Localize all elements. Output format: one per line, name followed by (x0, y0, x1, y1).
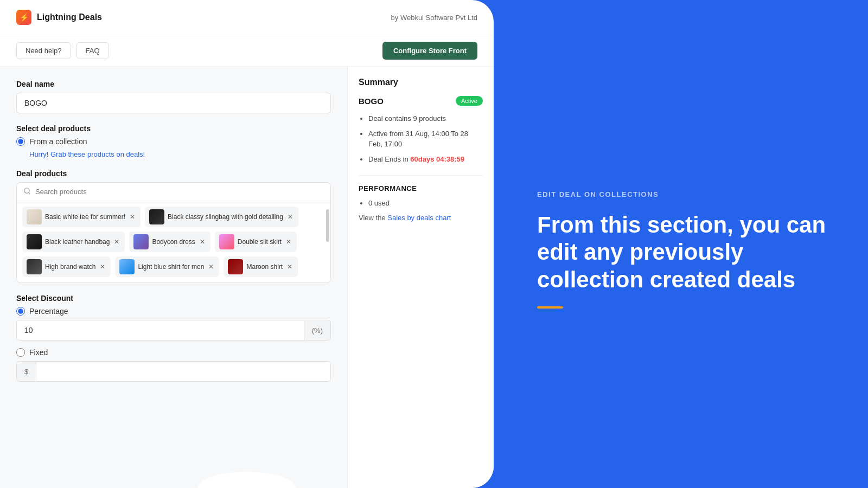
promo-link[interactable]: Hurry! Grab these products on deals! (29, 150, 331, 158)
fixed-input-group: $ (16, 361, 331, 382)
left-panel: ⚡ Lightning Deals by Webkul Software Pvt… (0, 0, 494, 488)
select-discount-group: Select Discount Percentage (%) Fixed $ (16, 294, 331, 382)
product-name: Light blue shirt for men (138, 263, 204, 271)
fixed-value-input[interactable] (36, 362, 330, 381)
help-button[interactable]: Need help? (16, 42, 71, 59)
remove-product-button[interactable]: ✕ (207, 263, 215, 271)
performance-used: 0 used (368, 199, 483, 207)
product-tag: Maroon shirt ✕ (224, 256, 298, 277)
remove-product-button[interactable]: ✕ (129, 213, 136, 221)
tags-container: Basic white tee for summer! ✕ Black clas… (17, 201, 330, 282)
percentage-radio-label: Percentage (29, 307, 68, 316)
select-discount-label: Select Discount (16, 294, 331, 303)
percentage-radio-input[interactable] (16, 307, 25, 316)
percentage-input-group: (%) (16, 320, 331, 341)
right-panel: EDIT DEAL ON COLLECTIONS From this secti… (494, 0, 868, 488)
radio-collection-input[interactable] (16, 137, 25, 146)
right-subtitle: EDIT DEAL ON COLLECTIONS (537, 190, 835, 198)
select-products-group: Select deal products From a collection H… (16, 124, 331, 158)
product-tag: Black leather handbag ✕ (22, 232, 125, 252)
radio-collection-group: From a collection (16, 137, 331, 146)
product-search-input[interactable] (35, 188, 324, 196)
percentage-radio-group: Percentage (16, 307, 331, 316)
product-tag: Black classy slingbag with gold detailin… (145, 207, 298, 227)
sales-chart-link[interactable]: Sales by deals chart (387, 214, 451, 222)
search-icon (23, 187, 31, 196)
product-image (27, 209, 42, 224)
remove-product-button[interactable]: ✕ (99, 263, 106, 271)
configure-button[interactable]: Configure Store Front (382, 42, 477, 60)
app-title: Lightning Deals (37, 12, 102, 22)
fixed-radio-label: Fixed (29, 348, 48, 357)
scroll-indicator[interactable] (326, 209, 329, 242)
product-tag: Light blue shirt for men ✕ (115, 256, 219, 277)
product-tag: Double slit skirt ✕ (215, 232, 297, 252)
remove-product-button[interactable]: ✕ (199, 238, 206, 246)
product-image (133, 234, 149, 249)
performance-title: PERFORMANCE (359, 184, 483, 192)
deal-name-input[interactable] (16, 93, 331, 113)
deal-products-group: Deal products (16, 169, 331, 283)
performance-list: 0 used (359, 199, 483, 207)
timer-countdown: 60days 04:38:59 (410, 155, 464, 163)
remove-product-button[interactable]: ✕ (285, 238, 292, 246)
product-tag: High brand watch ✕ (22, 256, 111, 277)
product-name: Double slit skirt (238, 238, 282, 246)
product-name: Black classy slingbag with gold detailin… (168, 213, 283, 221)
brand-text: by Webkul Software Pvt Ltd (391, 14, 477, 22)
select-products-label: Select deal products (16, 124, 331, 133)
svg-line-1 (29, 192, 30, 194)
percentage-value-input[interactable] (17, 320, 304, 340)
product-tag: Basic white tee for summer! ✕ (22, 207, 141, 227)
summary-deal-header: BOGO Active (359, 96, 483, 106)
deal-name-group: Deal name (16, 80, 331, 113)
top-nav: ⚡ Lightning Deals by Webkul Software Pvt… (0, 0, 494, 35)
faq-button[interactable]: FAQ (76, 42, 109, 59)
product-name: Black leather handbag (45, 238, 110, 246)
divider (359, 175, 483, 176)
logo-area: ⚡ Lightning Deals (16, 10, 102, 25)
search-bar (17, 183, 330, 201)
logo-icon: ⚡ (16, 10, 31, 25)
radio-collection-label: From a collection (29, 137, 87, 146)
product-image (27, 234, 42, 249)
product-tag: Bodycon dress ✕ (129, 232, 210, 252)
remove-product-button[interactable]: ✕ (286, 213, 294, 221)
product-image (27, 259, 42, 274)
fixed-radio-group: Fixed (16, 348, 331, 357)
dollar-prefix: $ (17, 362, 36, 381)
product-image (228, 259, 243, 274)
svg-point-0 (24, 188, 29, 193)
sales-link-container: View the Sales by deals chart (359, 214, 483, 222)
product-name: Basic white tee for summer! (45, 213, 125, 221)
products-search-container: Basic white tee for summer! ✕ Black clas… (16, 182, 331, 283)
main-content: Deal name Select deal products From a co… (0, 67, 494, 488)
percentage-suffix: (%) (304, 321, 330, 340)
summary-item-ends: Deal Ends in 60days 04:38:59 (368, 154, 483, 165)
summary-item-products: Deal contains 9 products (368, 113, 483, 124)
deal-name-label: Deal name (16, 80, 331, 88)
remove-product-button[interactable]: ✕ (286, 263, 293, 271)
product-name: High brand watch (45, 263, 95, 271)
summary-details-list: Deal contains 9 products Active from 31 … (359, 113, 483, 164)
summary-item-active: Active from 31 Aug, 14:00 To 28 Feb, 17:… (368, 129, 483, 150)
form-area: Deal name Select deal products From a co… (0, 67, 347, 488)
product-name: Maroon shirt (246, 263, 283, 271)
product-image (119, 259, 135, 274)
summary-panel: Summary BOGO Active Deal contains 9 prod… (347, 67, 494, 488)
remove-product-button[interactable]: ✕ (113, 238, 120, 246)
product-name: Bodycon dress (152, 238, 195, 246)
product-image (219, 234, 234, 249)
fixed-radio-input[interactable] (16, 348, 25, 357)
right-heading: From this section, you can edit any prev… (537, 211, 835, 293)
status-badge: Active (456, 96, 483, 106)
right-divider (537, 306, 563, 309)
nav-buttons: Need help? FAQ (16, 42, 109, 59)
deal-products-label: Deal products (16, 169, 331, 178)
summary-deal-name: BOGO (359, 97, 384, 106)
summary-title: Summary (359, 78, 483, 87)
product-image (149, 209, 164, 224)
second-nav: Need help? FAQ Configure Store Front (0, 35, 494, 67)
